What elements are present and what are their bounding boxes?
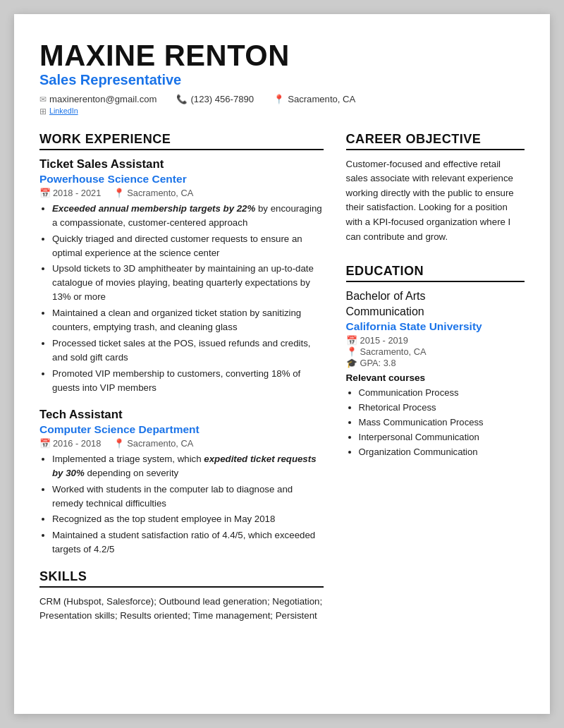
location-item: 📍 Sacramento, CA xyxy=(274,94,355,104)
bullet-2-4: Maintained a student satisfaction ratio … xyxy=(52,528,324,557)
candidate-name: MAXINE RENTON xyxy=(39,40,525,72)
career-objective-section: CAREER OBJECTIVE Customer-focused and ef… xyxy=(346,132,525,244)
linkedin-icon: ⊞ xyxy=(39,106,47,116)
linkedin-link[interactable]: LinkedIn xyxy=(49,107,78,115)
courses-list: Communication Process Rhetorical Process… xyxy=(359,385,525,459)
bullet-1-6: Promoted VIP membership to customers, co… xyxy=(52,367,324,395)
edu-location-icon: 📍 xyxy=(346,346,357,357)
bullet-1-3: Upsold tickets to 3D amphitheater by mai… xyxy=(52,262,324,304)
relevant-courses-label: Relevant courses xyxy=(346,372,525,383)
job-1-years: 📅 2018 - 2021 xyxy=(39,188,101,198)
job-2-bullets: Implemented a triage system, which exped… xyxy=(52,452,324,557)
candidate-title: Sales Representative xyxy=(39,72,525,88)
edu-years: 📅 2015 - 2019 xyxy=(346,335,525,346)
phone-value: (123) 456-7890 xyxy=(190,94,254,104)
calendar-icon-2: 📅 xyxy=(39,438,51,449)
edu-degree-line1: Bachelor of Arts xyxy=(346,289,525,304)
main-layout: WORK EXPERIENCE Ticket Sales Assistant P… xyxy=(39,132,525,630)
job-1-title: Ticket Sales Assistant xyxy=(39,157,324,171)
objective-text: Customer-focused and effective retail sa… xyxy=(346,157,525,244)
course-5: Organization Communication xyxy=(359,444,525,459)
edu-calendar-icon: 📅 xyxy=(346,335,357,346)
skills-title: SKILLS xyxy=(39,569,324,588)
email-icon: ✉ xyxy=(39,94,47,104)
email-item: ✉ maxinerenton@gmail.com xyxy=(39,94,157,104)
bullet-2-3: Recognized as the top student employee i… xyxy=(52,512,324,526)
job-2-meta: 📅 2016 - 2018 📍 Sacramento, CA xyxy=(39,438,324,449)
header: MAXINE RENTON Sales Representative ✉ max… xyxy=(39,40,525,116)
bullet-2-1: Implemented a triage system, which exped… xyxy=(52,452,324,480)
bullet-1-1: Exceeded annual membership targets by 22… xyxy=(52,202,324,230)
location-icon-1: 📍 xyxy=(114,188,125,198)
course-1: Communication Process xyxy=(359,385,525,400)
course-3: Mass Communication Process xyxy=(359,415,525,430)
contact-row: ✉ maxinerenton@gmail.com 📞 (123) 456-789… xyxy=(39,94,525,104)
location-icon: 📍 xyxy=(274,94,285,104)
skills-text: CRM (Hubspot, Salesforce); Outbound lead… xyxy=(39,595,324,623)
edu-gpa: GPA: 3.8 xyxy=(360,358,396,368)
job-1-location: 📍 Sacramento, CA xyxy=(114,188,193,198)
education-title: EDUCATION xyxy=(346,264,525,282)
bullet-2-2: Worked with students in the computer lab… xyxy=(52,483,324,511)
course-2: Rhetorical Process xyxy=(359,400,525,415)
job-2-location: 📍 Sacramento, CA xyxy=(114,438,193,449)
left-column: WORK EXPERIENCE Ticket Sales Assistant P… xyxy=(39,132,324,630)
job-1-company: Powerhouse Science Center xyxy=(39,173,324,186)
job-2-title: Tech Assistant xyxy=(39,408,324,422)
job-2: Tech Assistant Computer Science Departme… xyxy=(39,408,324,557)
calendar-icon-1: 📅 xyxy=(39,188,51,198)
course-4: Interpersonal Communication xyxy=(359,430,525,444)
job-1-bullets: Exceeded annual membership targets by 22… xyxy=(52,202,324,395)
edu-gpa-row: 🎓 GPA: 3.8 xyxy=(346,358,525,368)
edu-degree-line2: Communication xyxy=(346,305,525,320)
edu-location: 📍 Sacramento, CA xyxy=(346,346,525,357)
linkedin-row: ⊞ LinkedIn xyxy=(39,106,525,116)
phone-icon: 📞 xyxy=(176,94,188,104)
job-2-company: Computer Science Department xyxy=(39,423,324,436)
bullet-1-4: Maintained a clean and organized ticket … xyxy=(52,306,324,334)
bullet-1-5: Processed ticket sales at the POS, issue… xyxy=(52,336,324,365)
education-section: EDUCATION Bachelor of Arts Communication… xyxy=(346,264,525,459)
right-column: CAREER OBJECTIVE Customer-focused and ef… xyxy=(346,132,525,630)
location-icon-2: 📍 xyxy=(114,438,125,449)
location-value: Sacramento, CA xyxy=(288,94,355,104)
resume-container: MAXINE RENTON Sales Representative ✉ max… xyxy=(14,14,550,714)
skills-section: SKILLS CRM (Hubspot, Salesforce); Outbou… xyxy=(39,569,324,623)
job-2-years: 📅 2016 - 2018 xyxy=(39,438,101,449)
job-1-meta: 📅 2018 - 2021 📍 Sacramento, CA xyxy=(39,188,324,198)
linkedin-item[interactable]: ⊞ LinkedIn xyxy=(39,106,78,116)
email-value: maxinerenton@gmail.com xyxy=(49,94,157,104)
bullet-1-2: Quickly triaged and directed customer re… xyxy=(52,232,324,260)
edu-gpa-icon: 🎓 xyxy=(346,358,357,368)
work-experience-title: WORK EXPERIENCE xyxy=(39,132,324,150)
edu-institution: California State University xyxy=(346,320,525,333)
phone-item: 📞 (123) 456-7890 xyxy=(176,94,254,104)
career-objective-title: CAREER OBJECTIVE xyxy=(346,132,525,150)
job-1: Ticket Sales Assistant Powerhouse Scienc… xyxy=(39,157,324,395)
